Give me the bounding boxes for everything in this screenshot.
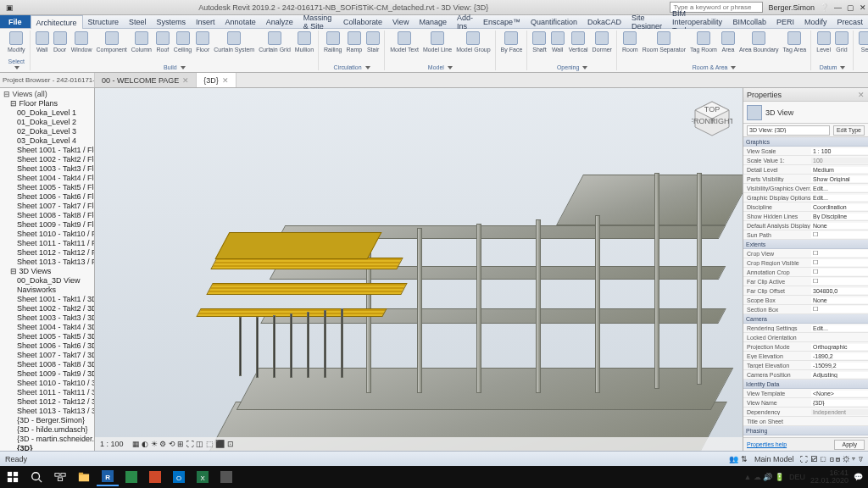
prop-row[interactable]: DisciplineCoordination (743, 202, 868, 212)
menu-view[interactable]: View (387, 15, 414, 28)
menu-dokacad[interactable]: DokaCAD (582, 15, 626, 28)
ribbon-room[interactable]: Room (620, 30, 640, 53)
ribbon-wall[interactable]: Wall (549, 30, 566, 53)
menu-architecture[interactable]: Architecture (31, 15, 83, 29)
tree-item[interactable]: 00_Doka_3D View (0, 276, 94, 286)
menu-file[interactable]: File (0, 15, 31, 28)
menu-sitedesigner[interactable]: Site Designer (626, 15, 667, 28)
prop-row[interactable]: Scale Value 1:100 (743, 156, 868, 165)
help-icon[interactable]: ❔ (820, 3, 829, 12)
close-icon[interactable]: ✕ (858, 91, 865, 99)
tree-item[interactable]: Sheet 1005 - Takt5 / Floor Pla (0, 183, 94, 192)
minimize-icon[interactable]: — (834, 3, 842, 12)
tree-item[interactable]: 03_Doka_Level 4 (0, 136, 94, 146)
tree-item[interactable]: Sheet 1011 - Takt11 / 3D Vie (0, 388, 94, 397)
ribbon-column[interactable]: Column (130, 30, 153, 53)
tree-item[interactable]: Sheet 1002 - Takt2 / 3D View (0, 304, 94, 313)
tree-item[interactable]: Navisworks (0, 286, 94, 295)
ribbon-wall[interactable]: Wall (34, 30, 51, 53)
prop-row[interactable]: Target Elevation-15099,2 (743, 361, 868, 370)
prop-row[interactable]: Eye Elevation-1890,2 (743, 352, 868, 361)
tree-item[interactable]: Sheet 1013 - Takt13 / 3D Vie (0, 407, 94, 416)
ribbon-roof[interactable]: Roof (154, 30, 171, 53)
tree-item[interactable]: Sheet 1003 - Takt3 / Floor Pla (0, 164, 94, 174)
ribbon-byface[interactable]: By Face (499, 30, 525, 53)
edit-type-button[interactable]: Edit Type (833, 125, 865, 136)
task-view-icon[interactable] (49, 468, 71, 486)
tree-item[interactable]: Sheet 1012 - Takt12 / Floor P (0, 248, 94, 258)
ribbon-mullion[interactable]: Mullion (293, 30, 315, 53)
tree-item[interactable]: Sheet 1011 - Takt11 / Floor P (0, 239, 94, 248)
explorer-icon[interactable] (73, 468, 95, 486)
close-icon[interactable]: ✕ (182, 76, 189, 85)
excel-icon[interactable]: X (192, 468, 214, 486)
tree-item[interactable]: Sheet 1001 - Takt1 / Floor Pla (0, 146, 94, 155)
ribbon-vertical[interactable]: Vertical (567, 30, 590, 53)
notifications-icon[interactable]: 💬 (854, 473, 863, 481)
ribbon-tagroom[interactable]: Tag Room (688, 30, 719, 53)
tree-item[interactable]: ⊟ Floor Plans (0, 99, 94, 108)
menu-biminteroperabilitytools[interactable]: BIM Interoperability Tools (667, 15, 727, 28)
tree-item[interactable]: Sheet 1013 - Takt13 / Floor P (0, 258, 94, 267)
tray-icons[interactable]: ▲ ☁ 🔊 🔋 (744, 473, 784, 481)
prop-group-header[interactable]: Extents (743, 240, 868, 249)
ribbon-set[interactable]: Set (857, 30, 868, 53)
tree-item[interactable]: Sheet 1005 - Takt5 / 3D View (0, 332, 94, 341)
ribbon-ceiling[interactable]: Ceiling (172, 30, 193, 53)
tree-item[interactable]: Sheet 1007 - Takt7 / 3D View (0, 351, 94, 360)
ribbon-modelline[interactable]: Model Line (421, 30, 453, 53)
ribbon-roomseparator[interactable]: Room Separator (641, 30, 687, 53)
close-icon[interactable]: ✕ (860, 3, 866, 12)
tree-item[interactable]: 00_Doka_Level 1 (0, 108, 94, 118)
view-icons[interactable]: ▦ ◐ ☀ ⚙ ⟲ ⊞ ⛶ ◫ ⬚ ⬛ ⊡ (132, 440, 234, 448)
outlook-icon[interactable]: O (168, 468, 190, 486)
menu-analyze[interactable]: Analyze (261, 15, 298, 28)
prop-row[interactable]: View Template<None> (743, 389, 868, 398)
tree-item[interactable]: Sheet 1008 - Takt8 / Floor Pla (0, 211, 94, 220)
prop-row[interactable]: Scope BoxNone (743, 296, 868, 305)
ribbon-areaboundary[interactable]: Area Boundary (737, 30, 781, 53)
ribbon-area[interactable]: Area (720, 30, 737, 53)
main-model-label[interactable]: Main Model (754, 455, 794, 463)
menu-addins[interactable]: Add-Ins (452, 15, 478, 28)
ribbon-grid[interactable]: Grid (833, 30, 850, 53)
menu-bimcollab[interactable]: BIMcollab (727, 15, 771, 28)
doc-tab[interactable]: 00 - WELCOME PAGE✕ (95, 73, 197, 87)
prop-row[interactable]: Default Analysis Display S...None (743, 221, 868, 230)
prop-row[interactable]: Graphic Display OptionsEdit... (743, 193, 868, 202)
prop-row[interactable]: Annotation Crop☐ (743, 268, 868, 277)
menu-enscape[interactable]: Enscape™ (478, 15, 526, 28)
view-cube[interactable]: TOPFRONTRIGHT (692, 98, 732, 139)
app-icon[interactable] (120, 468, 142, 486)
tree-item[interactable]: 01_Doka_Level 2 (0, 118, 94, 127)
menu-quantification[interactable]: Quantification (526, 15, 582, 28)
menu-manage[interactable]: Manage (414, 15, 452, 28)
prop-row[interactable]: Rendering SettingsEdit... (743, 324, 868, 333)
ribbon-ramp[interactable]: Ramp (344, 30, 364, 53)
tree-item[interactable]: {3D - hilde.umdasch} (0, 425, 94, 435)
worksets-icon[interactable]: 👥 ⇅ (729, 455, 748, 463)
menu-precast[interactable]: Precast (832, 15, 868, 28)
tree-item[interactable]: Sheet 1004 - Takt4 / 3D View (0, 323, 94, 332)
tree-item[interactable]: ⊟ Views (all) (0, 90, 94, 99)
prop-row[interactable]: Section Box☐ (743, 305, 868, 314)
tree-item[interactable]: {3D} (0, 444, 94, 451)
tree-item[interactable]: {3D - Berger.Simon} (0, 416, 94, 425)
start-icon[interactable] (2, 468, 24, 486)
properties-help-link[interactable]: Properties help (747, 441, 787, 447)
ribbon-door[interactable]: Door (52, 30, 69, 53)
ribbon-curtainsystem[interactable]: Curtain System (212, 30, 256, 53)
prop-row[interactable]: Show Hidden LinesBy Discipline (743, 212, 868, 221)
menu-modify[interactable]: Modify (799, 15, 832, 28)
prop-group-header[interactable]: Camera (743, 314, 868, 324)
ribbon-window[interactable]: Window (70, 30, 94, 53)
prop-row[interactable]: Title on Sheet (743, 417, 868, 426)
prop-row[interactable]: Visibility/Graphics Overr...Edit... (743, 184, 868, 193)
prop-row[interactable]: Far Clip Active☐ (743, 277, 868, 286)
maximize-icon[interactable]: ▢ (847, 3, 854, 12)
tree-item[interactable]: Sheet 1010 - Takt10 / 3D Vie (0, 379, 94, 388)
prop-row[interactable]: Crop Region Visible☐ (743, 258, 868, 268)
menu-peri[interactable]: PERI (771, 15, 799, 28)
tree-item[interactable]: Sheet 1008 - Takt8 / 3D View (0, 360, 94, 369)
tree-item[interactable]: ⊟ 3D Views (0, 267, 94, 276)
